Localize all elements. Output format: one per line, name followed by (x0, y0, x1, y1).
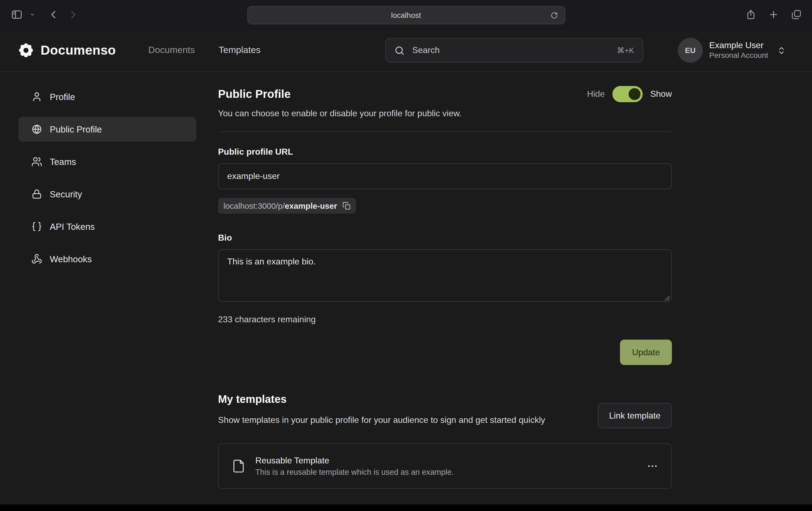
visibility-control: Hide Show (587, 86, 672, 102)
account-name: Example User (709, 40, 768, 51)
divider (218, 131, 672, 132)
url-field-label: Public profile URL (218, 147, 672, 157)
my-templates-description: Show templates in your public profile fo… (218, 413, 545, 427)
braces-icon (31, 221, 42, 232)
tab-overview-icon[interactable] (788, 6, 805, 23)
profile-visibility-toggle[interactable] (612, 86, 643, 102)
characters-remaining: 233 characters remaining (218, 315, 672, 325)
my-templates-title: My templates (218, 393, 545, 405)
window-bottom-edge (0, 505, 812, 511)
share-icon[interactable] (743, 6, 759, 23)
link-template-button[interactable]: Link template (598, 403, 672, 428)
account-menu[interactable]: EU Example User Personal Account (678, 38, 786, 63)
screen: localhost (0, 0, 812, 511)
bio-textarea[interactable]: This is an example bio. (218, 249, 672, 302)
template-meta: Reusable Template This is a reusable tem… (255, 456, 454, 476)
hide-label: Hide (587, 89, 605, 99)
template-name: Reusable Template (255, 456, 454, 465)
avatar: EU (678, 38, 703, 63)
page-title: Public Profile (218, 88, 290, 100)
brand[interactable]: Documenso (18, 42, 116, 58)
account-text: Example User Personal Account (709, 40, 768, 61)
url-text: localhost (391, 11, 421, 20)
brand-name: Documenso (40, 43, 116, 58)
back-icon[interactable] (46, 6, 62, 23)
reload-icon[interactable] (546, 7, 562, 23)
main-nav: Documents Templates (148, 45, 260, 56)
app: Documenso Documents Templates ⌘+K EU Exa… (0, 29, 812, 505)
user-icon (31, 91, 42, 102)
chevrons-up-down-icon (777, 46, 786, 55)
bio-field-label: Bio (218, 233, 672, 243)
sidebar-item-webhooks[interactable]: Webhooks (19, 247, 196, 271)
toggle-knob (629, 88, 640, 100)
users-icon (31, 156, 42, 167)
template-description: This is a reusable template which is use… (255, 468, 454, 476)
account-type: Personal Account (709, 51, 768, 61)
nav-documents[interactable]: Documents (148, 45, 195, 56)
nav-templates[interactable]: Templates (219, 45, 260, 56)
settings-nav: Profile Public Profile Teams (0, 72, 196, 489)
sidebar-item-public-profile[interactable]: Public Profile (19, 117, 196, 142)
search-box[interactable]: ⌘+K (385, 38, 643, 63)
address-bar[interactable]: localhost (247, 6, 565, 24)
update-button[interactable]: Update (620, 339, 672, 365)
url-prefix: localhost:3000/p/ (224, 201, 285, 210)
more-options-icon[interactable] (646, 460, 658, 472)
sidebar-item-api-tokens[interactable]: API Tokens (19, 214, 196, 239)
profile-url-preview: localhost:3000/p/example-user (218, 198, 356, 214)
public-profile-url-input[interactable] (218, 163, 672, 189)
sidebar-item-security[interactable]: Security (19, 182, 196, 207)
search-shortcut: ⌘+K (617, 46, 634, 55)
lock-icon (31, 189, 42, 200)
url-slug: example-user (285, 201, 337, 210)
sidebar-item-teams[interactable]: Teams (19, 149, 196, 174)
sidebar-item-profile[interactable]: Profile (19, 84, 196, 109)
globe-icon (31, 124, 42, 134)
app-header: Documenso Documents Templates ⌘+K EU Exa… (0, 29, 812, 72)
documenso-logo-icon (18, 42, 34, 58)
forward-icon[interactable] (65, 6, 81, 23)
sidebar-toggle-icon[interactable] (9, 6, 25, 23)
search-input[interactable] (411, 45, 610, 56)
resize-handle-icon[interactable] (664, 295, 670, 301)
main-content: Public Profile Hide Show You can choose … (218, 72, 672, 489)
webhook-icon (31, 253, 42, 264)
show-label: Show (650, 89, 672, 99)
copy-icon[interactable] (342, 202, 351, 210)
search-icon (395, 45, 405, 55)
new-tab-icon[interactable] (765, 6, 782, 23)
page-subtitle: You can choose to enable or disable your… (218, 109, 672, 118)
chevron-down-icon[interactable] (28, 6, 37, 23)
browser-chrome: localhost (0, 0, 812, 29)
template-card: Reusable Template This is a reusable tem… (218, 443, 672, 489)
settings-page: Profile Public Profile Teams (0, 72, 812, 489)
file-icon (232, 458, 245, 474)
